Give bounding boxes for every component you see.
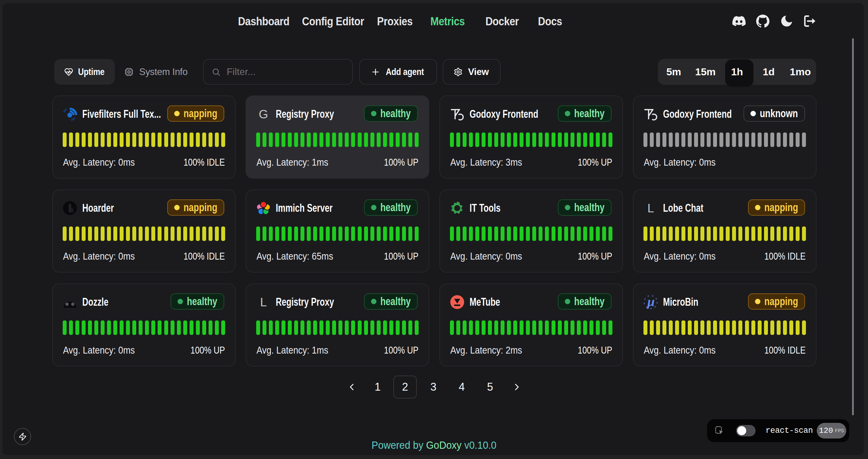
svg-text:μ: μ	[647, 295, 655, 309]
